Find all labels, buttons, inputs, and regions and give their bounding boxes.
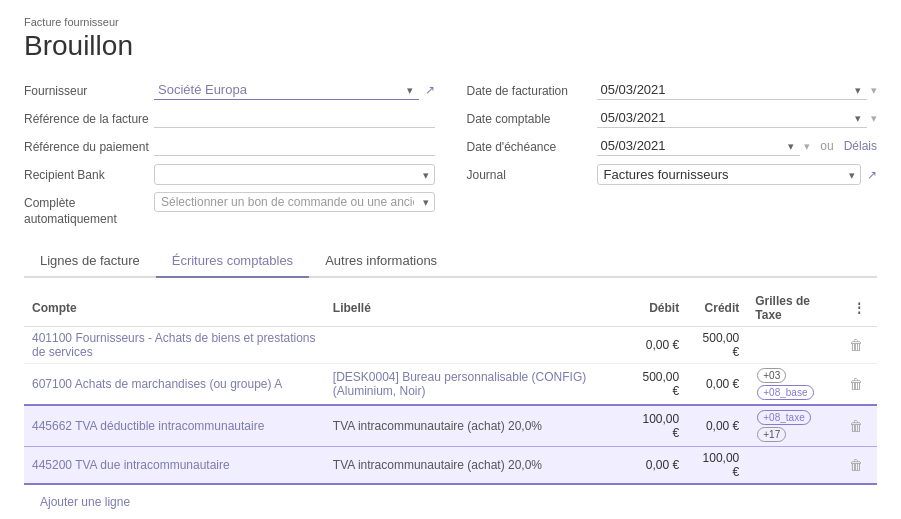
fournisseur-label: Fournisseur xyxy=(24,80,154,100)
row2-taxe: +03 +08_base xyxy=(747,364,841,406)
col-debit: Débit xyxy=(627,290,687,327)
date-facturation-input[interactable]: 05/03/2021 xyxy=(597,80,868,100)
row1-compte: 401100 Fournisseurs - Achats de biens et… xyxy=(24,327,325,364)
badge-03[interactable]: +03 xyxy=(757,368,786,383)
table-row: 401100 Fournisseurs - Achats de biens et… xyxy=(24,327,877,364)
row3-debit: 100,00 € xyxy=(627,405,687,447)
row2-libelle: [DESK0004] Bureau personnalisable (CONFI… xyxy=(325,364,627,406)
row3-compte-link[interactable]: 445662 TVA déductible intracommunautaire xyxy=(32,419,264,433)
add-line-row: Ajouter une ligne xyxy=(24,484,877,519)
table-row: 445662 TVA déductible intracommunautaire… xyxy=(24,405,877,447)
row2-compte-link[interactable]: 607100 Achats de marchandises (ou groupe… xyxy=(32,377,282,391)
row1-libelle xyxy=(325,327,627,364)
row2-credit: 0,00 € xyxy=(687,364,747,406)
delete-icon: 🗑 xyxy=(849,376,863,392)
date-comptable-label: Date comptable xyxy=(467,108,597,128)
row3-libelle-text: TVA intracommunautaire (achat) 20,0% xyxy=(333,419,542,433)
tabs-bar: Lignes de facture Écritures comptables A… xyxy=(24,245,877,278)
accounting-table: Compte Libellé Débit Crédit Grilles de T… xyxy=(24,290,877,519)
date-facturation-chevron: ▾ xyxy=(871,84,877,97)
tab-ecritures[interactable]: Écritures comptables xyxy=(156,245,309,278)
table-row: 607100 Achats de marchandises (ou groupe… xyxy=(24,364,877,406)
date-echeance-chevron: ▾ xyxy=(804,140,810,153)
tab-autres[interactable]: Autres informations xyxy=(309,245,453,278)
add-line-cell: Ajouter une ligne xyxy=(24,484,877,519)
recipient-bank-label: Recipient Bank xyxy=(24,164,154,184)
col-taxe: Grilles de Taxe xyxy=(747,290,841,327)
tab-lignes[interactable]: Lignes de facture xyxy=(24,245,156,278)
ref-paiement-input[interactable] xyxy=(154,136,435,156)
row2-compte: 607100 Achats de marchandises (ou groupe… xyxy=(24,364,325,406)
ref-paiement-label: Référence du paiement xyxy=(24,136,154,156)
row1-credit: 500,00 € xyxy=(687,327,747,364)
date-comptable-input[interactable]: 05/03/2021 xyxy=(597,108,868,128)
more-icon[interactable]: ⋮ xyxy=(849,301,869,315)
journal-select[interactable]: Factures fournisseurs xyxy=(597,164,862,185)
badge-08taxe[interactable]: +08_taxe xyxy=(757,410,810,425)
recipient-bank-select[interactable] xyxy=(154,164,435,185)
row1-delete[interactable]: 🗑 xyxy=(841,327,877,364)
row4-credit: 100,00 € xyxy=(687,447,747,485)
row2-debit: 500,00 € xyxy=(627,364,687,406)
journal-label: Journal xyxy=(467,164,597,184)
row4-taxe xyxy=(747,447,841,485)
badge-17[interactable]: +17 xyxy=(757,427,786,442)
date-facturation-label: Date de facturation xyxy=(467,80,597,100)
date-echeance-label: Date d'échéance xyxy=(467,136,597,156)
row4-compte: 445200 TVA due intracommunautaire xyxy=(24,447,325,485)
row1-compte-link[interactable]: 401100 Fournisseurs - Achats de biens et… xyxy=(32,331,316,359)
col-actions: ⋮ xyxy=(841,290,877,327)
complete-select[interactable]: Sélectionner un bon de commande ou une a… xyxy=(154,192,435,212)
row3-compte: 445662 TVA déductible intracommunautaire xyxy=(24,405,325,447)
page-title: Brouillon xyxy=(24,30,877,62)
row3-credit: 0,00 € xyxy=(687,405,747,447)
date-comptable-chevron: ▾ xyxy=(871,112,877,125)
fournisseur-input[interactable]: Société Europa xyxy=(154,80,419,100)
page-subtitle: Facture fournisseur xyxy=(24,16,877,28)
row1-debit: 0,00 € xyxy=(627,327,687,364)
delete-icon: 🗑 xyxy=(849,337,863,353)
row4-delete[interactable]: 🗑 xyxy=(841,447,877,485)
row4-compte-link[interactable]: 445200 TVA due intracommunautaire xyxy=(32,458,230,472)
col-compte: Compte xyxy=(24,290,325,327)
col-credit: Crédit xyxy=(687,290,747,327)
ref-facture-input[interactable] xyxy=(154,108,435,128)
date-echeance-input[interactable]: 05/03/2021 xyxy=(597,136,801,156)
badge-08base[interactable]: +08_base xyxy=(757,385,813,400)
complete-label: Complète automatiquement xyxy=(24,192,154,227)
row4-libelle: TVA intracommunautaire (achat) 20,0% xyxy=(325,447,627,485)
row2-libelle-link[interactable]: [DESK0004] Bureau personnalisable (CONFI… xyxy=(333,370,586,398)
row2-delete[interactable]: 🗑 xyxy=(841,364,877,406)
delais-link[interactable]: Délais xyxy=(844,139,877,153)
row3-delete[interactable]: 🗑 xyxy=(841,405,877,447)
ou-text: ou xyxy=(820,139,833,153)
journal-ext-link[interactable]: ↗ xyxy=(867,168,877,182)
row3-taxe: +08_taxe +17 xyxy=(747,405,841,447)
ref-facture-label: Référence de la facture xyxy=(24,108,154,128)
row1-taxe xyxy=(747,327,841,364)
delete-icon: 🗑 xyxy=(849,457,863,473)
col-libelle: Libellé xyxy=(325,290,627,327)
row4-libelle-text: TVA intracommunautaire (achat) 20,0% xyxy=(333,458,542,472)
row3-libelle: TVA intracommunautaire (achat) 20,0% xyxy=(325,405,627,447)
row4-debit: 0,00 € xyxy=(627,447,687,485)
delete-icon: 🗑 xyxy=(849,418,863,434)
add-line-button[interactable]: Ajouter une ligne xyxy=(32,489,138,515)
table-row: 445200 TVA due intracommunautaire TVA in… xyxy=(24,447,877,485)
fournisseur-ext-link[interactable]: ↗ xyxy=(425,83,435,97)
